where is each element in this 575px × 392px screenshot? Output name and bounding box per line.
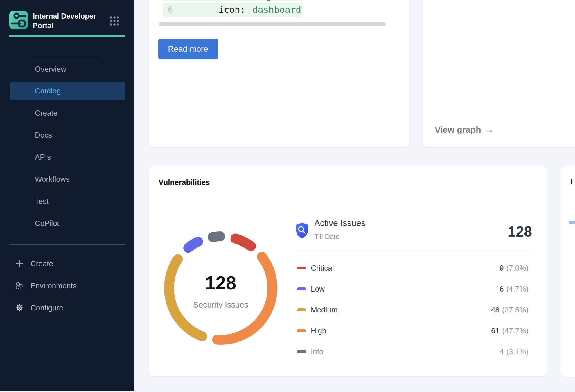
sidebar-item-docs[interactable]: Docs: [10, 126, 125, 144]
sidebar-item-environments[interactable]: Environments: [10, 276, 125, 295]
legend-label: Critical: [311, 264, 334, 273]
active-issues-total: 128: [508, 223, 532, 240]
sidebar-item-create-footer[interactable]: Create: [10, 254, 125, 273]
code-snippet-card: 6 icon: dashboard Read more: [149, 0, 409, 147]
sidebar: Internal Developer Portal Overview Catal…: [0, 0, 134, 391]
page: Internal Developer Portal Overview Catal…: [0, 0, 575, 392]
sidebar-item-create[interactable]: Create: [10, 104, 125, 122]
sidebar-item-workflows[interactable]: Workflows: [10, 170, 125, 188]
sidebar-item-overview[interactable]: Overview: [10, 60, 125, 78]
legend-percent: (37.5%): [502, 305, 529, 314]
legend-row-high: High 61 (47.7%): [293, 325, 529, 337]
code-line-fragment: [267, 0, 270, 1]
legend-value: 9: [499, 264, 504, 273]
legend-label: Info: [311, 347, 323, 356]
legend-percent: (47.7%): [502, 326, 529, 335]
sidebar-item-configure[interactable]: Configure: [10, 299, 125, 317]
read-more-button[interactable]: Read more: [158, 39, 218, 59]
sidebar-accent-rule: [9, 35, 125, 37]
sidebar-item-copilot[interactable]: CoPilot: [10, 214, 125, 233]
legend-row-critical: Critical 9 (7.0%): [293, 262, 529, 274]
legend-value: 4: [499, 347, 504, 356]
view-graph-link[interactable]: View graph →: [435, 124, 494, 135]
legend-label: High: [311, 326, 326, 335]
donut-center-label: Security Issues: [163, 300, 279, 310]
partial-card-title: L: [570, 177, 575, 186]
low-swatch: [297, 287, 306, 290]
sidebar-divider-bottom: [10, 244, 125, 245]
code-key: icon:: [218, 3, 245, 17]
donut-center: 128 Security Issues: [163, 230, 279, 346]
legend-row-medium: Medium 48 (37.5%): [293, 304, 529, 316]
legend-label: Low: [311, 285, 325, 294]
code-value: dashboard: [252, 3, 301, 17]
apps-grid-icon[interactable]: [109, 16, 120, 26]
sidebar-item-test[interactable]: Test: [10, 192, 125, 211]
card-title: Vulnerabilities: [159, 178, 210, 187]
sidebar-footer-label: Environments: [30, 276, 77, 295]
sidebar-footer-label: Configure: [30, 299, 63, 317]
donut-total-value: 128: [163, 272, 279, 294]
shield-search-icon: [295, 222, 309, 239]
horizontal-scrollbar[interactable]: [159, 22, 386, 26]
code-highlighted-line: 6 icon: dashboard: [163, 3, 302, 17]
graph-card: View graph →: [423, 0, 575, 147]
critical-swatch: [297, 267, 306, 269]
legend-value: 48: [491, 305, 499, 314]
medium-swatch: [297, 308, 306, 311]
legend-divider: [293, 251, 533, 251]
legend-value: 6: [499, 285, 504, 294]
hexagons-icon: [15, 281, 24, 290]
app-title: Internal Developer Portal: [33, 11, 105, 30]
legend-row-info: Info 4 (3.1%): [293, 346, 529, 357]
sidebar-divider-top: [28, 56, 102, 56]
sidebar-item-catalog[interactable]: Catalog: [10, 82, 125, 100]
app-logo: [9, 11, 28, 29]
sidebar-item-apis[interactable]: APIs: [10, 148, 125, 166]
active-issues-subtitle: Till Date: [314, 233, 339, 241]
legend-percent: (3.1%): [506, 347, 529, 356]
sidebar-footer-label: Create: [30, 254, 53, 273]
legend-row-low: Low 6 (4.7%): [293, 283, 529, 295]
partial-bar-chart-fragment: [569, 221, 575, 224]
arrow-right-icon: →: [485, 124, 494, 135]
view-graph-label: View graph: [435, 125, 481, 135]
high-swatch: [297, 329, 306, 332]
security-issues-donut-chart: 128 Security Issues: [163, 230, 279, 346]
gear-icon: [15, 303, 24, 312]
vulnerabilities-card: Vulnerabilities 128 Security Issues Acti…: [149, 166, 547, 376]
line-number: 6: [168, 3, 173, 17]
sliders-logo-icon: [9, 11, 28, 29]
code-line-partial: [163, 0, 302, 1]
info-swatch: [297, 350, 306, 353]
plus-icon: [15, 259, 24, 268]
legend-percent: (7.0%): [506, 264, 529, 273]
legend-label: Medium: [311, 305, 337, 314]
partial-right-card: L: [560, 166, 575, 377]
legend-value: 61: [491, 326, 499, 335]
active-issues-title: Active Issues: [314, 218, 366, 228]
legend-percent: (4.7%): [506, 285, 529, 294]
